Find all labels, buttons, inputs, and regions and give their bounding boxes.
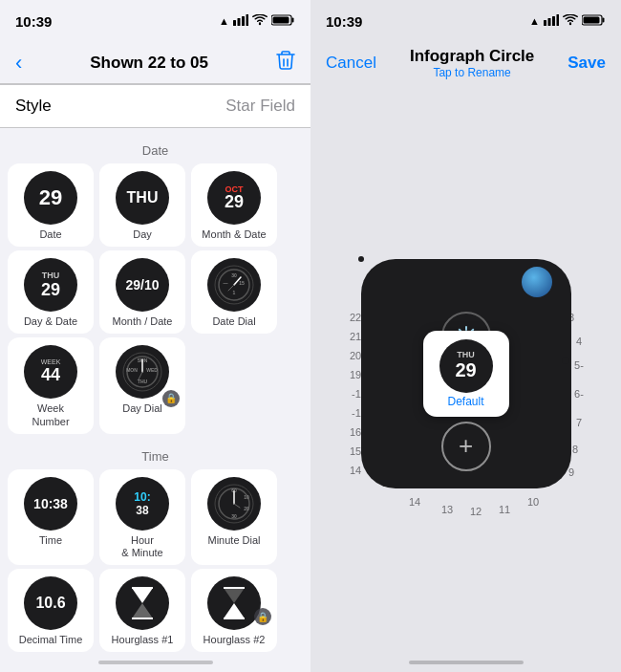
right-nav: Cancel Infograph Circle Tap to Rename Sa…: [310, 42, 621, 84]
plus-icon: +: [441, 422, 491, 471]
wifi-icon-right: [563, 14, 578, 29]
svg-text:10: 10: [526, 496, 538, 508]
svg-text:16: 16: [349, 426, 360, 438]
svg-text:7: 7: [575, 417, 581, 428]
svg-rect-7: [273, 16, 289, 23]
svg-marker-37: [224, 603, 245, 618]
svg-point-44: [569, 22, 571, 24]
svg-text:6-: 6-: [574, 388, 584, 400]
style-value: Star Field: [225, 97, 295, 116]
svg-rect-47: [584, 16, 600, 23]
svg-rect-43: [557, 14, 560, 26]
svg-rect-40: [544, 20, 546, 26]
day-dial-label: Day Dial: [122, 402, 162, 415]
week-number-icon: WEEK 44: [24, 345, 77, 399]
svg-text:1: 1: [233, 290, 236, 295]
complication-week-number[interactable]: WEEK 44 WeekNumber: [8, 337, 94, 433]
date-dial-icon: 30 15 1 —: [207, 258, 261, 312]
svg-text:22: 22: [349, 312, 360, 323]
time-label: Time: [39, 534, 62, 547]
complication-hourglass1[interactable]: Hourglass #1: [99, 569, 185, 652]
watch-face[interactable]: THU 29 Default +: [361, 259, 571, 488]
svg-text:13: 13: [440, 504, 452, 515]
cancel-button[interactable]: Cancel: [326, 54, 376, 73]
day-label: Day: [133, 228, 152, 241]
complication-time[interactable]: 10:38 Time: [8, 469, 94, 565]
date-label: Date: [39, 228, 61, 241]
svg-text:21: 21: [349, 331, 360, 342]
left-panel: 10:39 ▲: [0, 0, 310, 672]
date-row-2: THU 29 Day & Date 29/10 Month / Date 3: [8, 250, 303, 334]
complication-hourglass2[interactable]: 🔒 Hourglass #2: [191, 569, 277, 652]
location-icon-right: ▲: [529, 15, 540, 27]
minute-dial-icon: 60 10 20 30: [207, 477, 261, 531]
style-row[interactable]: Style Star Field: [0, 84, 310, 128]
status-time-left: 10:39: [15, 13, 52, 30]
complication-date-dial[interactable]: 30 15 1 — Date Dial: [191, 250, 277, 334]
save-button[interactable]: Save: [567, 54, 606, 73]
month-date-label: Month & Date: [202, 228, 266, 241]
complication-decimal-time[interactable]: 10.6 Decimal Time: [8, 569, 94, 652]
status-icons-right: ▲: [529, 14, 606, 29]
complication-date[interactable]: 29 Date: [8, 163, 94, 247]
complication-day[interactable]: THU Day: [99, 163, 185, 247]
hourglass1-icon: [116, 576, 169, 630]
svg-point-4: [259, 22, 261, 24]
back-button[interactable]: ‹: [15, 51, 22, 76]
plus-complication[interactable]: +: [441, 422, 491, 471]
home-bar-left: [98, 661, 213, 664]
svg-text:19: 19: [349, 369, 360, 380]
time-row-1: 10:38 Time 10: 38 Hour& Minute: [8, 469, 303, 565]
lock-badge-day-dial: 🔒: [162, 390, 180, 407]
svg-text:9: 9: [567, 466, 573, 478]
svg-marker-36: [224, 588, 245, 603]
complication-grid: Date 29 Date THU Day OCT 29: [0, 128, 310, 653]
day-dial-icon: SUN WED THU MON: [116, 345, 169, 399]
complication-minute-dial[interactable]: 60 10 20 30 Minute Dial: [191, 469, 277, 565]
svg-text:8: 8: [571, 444, 577, 455]
date-row-3: WEEK 44 WeekNumber 🔒 SUN WED THU MON: [8, 337, 303, 433]
complication-day-dial[interactable]: 🔒 SUN WED THU MON Day Dial: [99, 337, 185, 433]
home-indicator-left: [0, 653, 310, 672]
nav-bar-left: ‹ Shown 22 to 05: [0, 42, 310, 84]
status-time-right: 10:39: [326, 13, 362, 30]
svg-text:MON: MON: [126, 367, 138, 373]
svg-text:—: —: [224, 280, 228, 286]
svg-rect-46: [603, 17, 605, 22]
selection-handle-top[interactable]: [358, 256, 364, 262]
svg-text:11: 11: [498, 504, 509, 515]
selected-day-date-icon: THU 29: [439, 339, 493, 393]
tap-to-rename[interactable]: Tap to Rename: [410, 66, 534, 79]
svg-text:10: 10: [244, 494, 249, 500]
signal-bars-right: [544, 14, 559, 29]
date-icon: 29: [24, 171, 77, 225]
trash-button[interactable]: [276, 50, 295, 76]
complication-month-slash-date[interactable]: 29/10 Month / Date: [99, 250, 185, 334]
complication-day-date[interactable]: THU 29 Day & Date: [8, 250, 94, 334]
time-icon: 10:38: [24, 477, 77, 531]
right-panel: 10:39 ▲: [310, 0, 621, 672]
home-bar-right: [409, 661, 524, 664]
svg-marker-33: [132, 603, 153, 618]
complication-month-date[interactable]: OCT 29 Month & Date: [191, 163, 277, 247]
date-row-1: 29 Date THU Day OCT 29 Month & Date: [8, 163, 303, 247]
hour-minute-icon: 10: 38: [116, 477, 169, 531]
svg-text:20: 20: [349, 350, 360, 361]
complication-hour-minute[interactable]: 10: 38 Hour& Minute: [99, 469, 185, 565]
location-icon-left: ▲: [219, 15, 229, 27]
month-date-icon: OCT 29: [207, 171, 261, 225]
decimal-time-icon: 10.6: [24, 576, 77, 630]
selection-handle[interactable]: [562, 357, 569, 364]
blue-dot-complication[interactable]: [522, 267, 552, 297]
signal-bars-left: [233, 14, 248, 29]
svg-rect-42: [552, 16, 555, 26]
month-slash-date-icon: 29/10: [116, 258, 169, 312]
selected-complication[interactable]: THU 29 Default: [423, 331, 509, 417]
svg-text:5-: 5-: [574, 359, 584, 371]
svg-text:30: 30: [231, 513, 237, 519]
selected-label: Default: [447, 395, 483, 408]
svg-text:15: 15: [239, 280, 245, 286]
svg-rect-41: [548, 18, 551, 26]
hourglass2-label: Hourglass #2: [203, 634, 266, 646]
day-date-label: Day & Date: [24, 315, 77, 328]
